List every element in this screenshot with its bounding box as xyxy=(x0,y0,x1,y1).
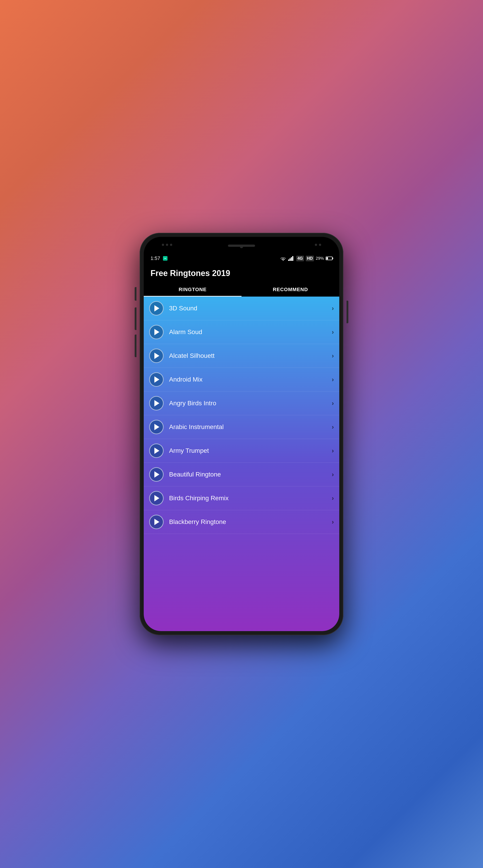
play-icon xyxy=(154,519,159,525)
list-item[interactable]: Alcatel Silhouett › xyxy=(144,344,339,368)
app-screen: 1:57 xyxy=(144,237,339,631)
play-icon xyxy=(154,376,159,383)
front-camera xyxy=(240,245,243,248)
chevron-right-icon: › xyxy=(332,423,334,431)
phone-screen: 1:57 xyxy=(144,237,339,631)
ringtone-name: Army Trumpet xyxy=(169,447,332,454)
ringtone-name: 3D Sound xyxy=(169,305,332,312)
ringtone-list: 3D Sound › Alarm Soud › Alcatel Silhouet… xyxy=(144,297,339,631)
ringtone-name: Android Mix xyxy=(169,376,332,383)
svg-rect-3 xyxy=(289,258,291,261)
wifi-icon xyxy=(280,256,286,261)
play-icon xyxy=(154,495,159,501)
play-button[interactable] xyxy=(149,515,164,529)
power-button[interactable] xyxy=(346,301,348,323)
battery-icon xyxy=(326,256,333,260)
list-item[interactable]: Android Mix › xyxy=(144,368,339,392)
list-item[interactable]: Angry Birds Intro › xyxy=(144,392,339,415)
list-item[interactable]: Army Trumpet › xyxy=(144,439,339,463)
volume-up-button[interactable] xyxy=(135,307,137,330)
list-item[interactable]: 3D Sound › xyxy=(144,297,339,320)
chevron-right-icon: › xyxy=(332,447,334,454)
play-button[interactable] xyxy=(149,467,164,482)
tab-ringtone[interactable]: RINGTONE xyxy=(144,283,242,297)
play-icon xyxy=(154,471,159,477)
app-header: Free Ringtones 2019 xyxy=(144,264,339,283)
tab-bar: RINGTONE RECOMMEND xyxy=(144,283,339,297)
tab-recommend[interactable]: RECOMMEND xyxy=(242,283,339,297)
chevron-right-icon: › xyxy=(332,518,334,526)
svg-rect-5 xyxy=(292,256,293,261)
play-button[interactable] xyxy=(149,348,164,363)
chevron-right-icon: › xyxy=(332,471,334,478)
chevron-right-icon: › xyxy=(332,305,334,312)
play-button[interactable] xyxy=(149,301,164,315)
mute-button[interactable] xyxy=(135,287,137,301)
hd-badge: HD xyxy=(306,256,314,261)
ringtone-name: Alarm Soud xyxy=(169,329,332,336)
play-icon xyxy=(154,400,159,406)
status-bar: 1:57 xyxy=(144,253,339,264)
ringtone-name: Alcatel Silhouett xyxy=(169,352,332,360)
play-icon xyxy=(154,305,159,311)
list-item[interactable]: Arabic Instrumental › xyxy=(144,415,339,439)
play-button[interactable] xyxy=(149,325,164,339)
play-icon xyxy=(154,352,159,359)
notification-icon xyxy=(163,256,168,260)
play-button[interactable] xyxy=(149,491,164,505)
play-button[interactable] xyxy=(149,372,164,387)
chevron-right-icon: › xyxy=(332,495,334,502)
ringtone-name: Angry Birds Intro xyxy=(169,400,332,407)
volume-down-button[interactable] xyxy=(135,335,137,357)
ringtone-name: Birds Chirping Remix xyxy=(169,495,332,502)
list-item[interactable]: Blackberry Ringtone › xyxy=(144,510,339,534)
status-icons: 4G HD 29% xyxy=(280,256,333,261)
svg-rect-4 xyxy=(291,257,292,261)
chevron-right-icon: › xyxy=(332,329,334,336)
front-sensors xyxy=(162,244,172,246)
ringtone-name: Blackberry Ringtone xyxy=(169,518,332,526)
play-icon xyxy=(154,424,159,430)
signal-icon xyxy=(288,256,294,261)
battery-percent: 29% xyxy=(316,256,324,261)
svg-rect-2 xyxy=(288,259,289,261)
list-item[interactable]: Birds Chirping Remix › xyxy=(144,487,339,510)
play-button[interactable] xyxy=(149,443,164,458)
front-sensors-right xyxy=(315,244,321,246)
play-button[interactable] xyxy=(149,396,164,410)
network-badge: 4G xyxy=(296,256,304,261)
list-item[interactable]: Alarm Soud › xyxy=(144,320,339,344)
chevron-right-icon: › xyxy=(332,400,334,407)
ringtone-name: Beautiful Ringtone xyxy=(169,471,332,478)
app-title: Free Ringtones 2019 xyxy=(150,269,333,278)
ringtone-name: Arabic Instrumental xyxy=(169,423,332,431)
play-icon xyxy=(154,329,159,335)
status-time: 1:57 xyxy=(150,255,160,261)
phone-frame: 1:57 xyxy=(140,233,343,635)
chevron-right-icon: › xyxy=(332,376,334,383)
play-icon xyxy=(154,447,159,454)
play-button[interactable] xyxy=(149,420,164,434)
chevron-right-icon: › xyxy=(332,352,334,360)
list-item[interactable]: Beautiful Ringtone › xyxy=(144,463,339,487)
